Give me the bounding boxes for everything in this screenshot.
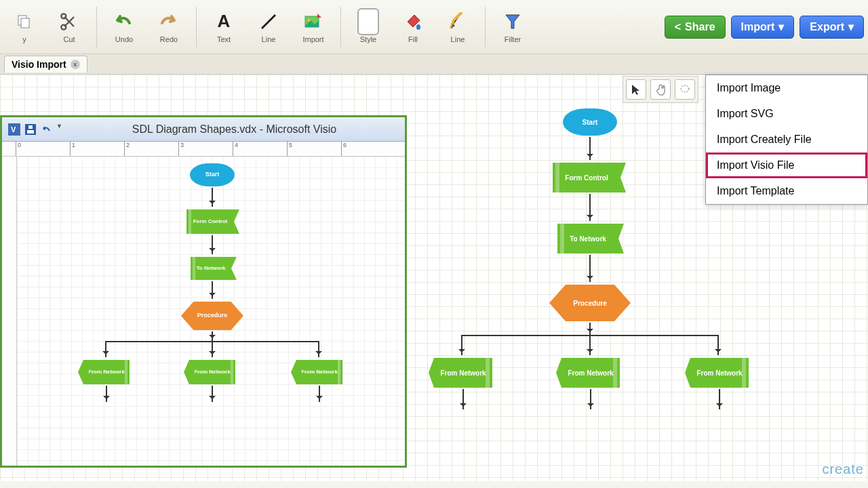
pan-tool[interactable] [650,79,671,100]
chevron-down-icon: ▾ [848,20,854,33]
share-icon: < [675,21,681,33]
arrow [717,335,719,355]
canvas-area: Import Image Import SVG Import Creately … [0,75,868,481]
shape-label: From Network [696,369,742,377]
import-template-item[interactable]: Import Template [706,178,867,204]
shape-label: Form Control [565,174,608,182]
to-network-shape[interactable]: To Network [557,224,618,253]
main-toolbar: y Cut Undo Redo A Text Line Import Style… [0,0,868,54]
svg-rect-12 [27,130,34,134]
shape-label: To Network [197,266,226,272]
separator [196,7,197,47]
visio-window: V ▼ SDL Diagram Shapes.vdx - Microsoft V… [0,115,407,468]
pointer-tool[interactable] [626,79,646,100]
procedure-shape[interactable]: Procedure [549,285,631,321]
start-shape[interactable]: Start [563,108,617,136]
export-button[interactable]: Export ▾ [800,16,864,39]
from-network-shape[interactable]: From Network [434,358,492,388]
close-icon[interactable]: × [71,60,80,69]
line-style-tool[interactable]: Line [437,3,478,51]
text-tool[interactable]: A Text [203,3,244,51]
import-button[interactable]: Import ▾ [731,16,795,39]
shape-label: From Network [88,369,125,375]
undo-icon[interactable] [40,123,54,136]
ruler-tick: 0 [16,142,21,156]
arrow [106,386,107,402]
arrow [589,335,591,355]
arrow [318,341,319,357]
import-image-item[interactable]: Import Image [706,75,867,101]
from-network-shape[interactable]: From Network [561,358,620,388]
undo-label: Undo [115,35,133,43]
ruler-tick: 1 [70,142,75,156]
line2-label: Line [451,35,465,43]
svg-point-2 [61,24,66,29]
visio-titlebar: V ▼ SDL Diagram Shapes.vdx - Microsoft V… [2,117,405,142]
redo-tool[interactable]: Redo [149,3,189,51]
import-tool[interactable]: Import [293,3,334,51]
svg-line-4 [262,15,275,28]
import-visio-item[interactable]: Import Visio File [706,152,867,178]
line-label: Line [262,35,276,43]
copy-tool[interactable]: y [4,3,45,51]
save-icon[interactable] [24,123,37,136]
import-svg-item[interactable]: Import SVG [706,101,867,127]
share-button[interactable]: < Share [665,16,726,39]
ruler-tick: 4 [233,142,238,156]
visio-ruler-horizontal: 0 1 2 3 4 5 6 [2,142,405,157]
cut-tool[interactable]: Cut [49,3,90,51]
separator [96,7,97,47]
lasso-tool[interactable] [675,79,695,100]
arrow [212,235,213,254]
shape-label: To Network [570,235,606,243]
style-tool[interactable]: Style [348,3,389,51]
from-network-shape[interactable]: From Network [189,360,235,384]
redo-icon [158,11,180,33]
procedure-shape[interactable]: Procedure [181,302,243,330]
import-dropdown: Import Image Import SVG Import Creately … [705,75,868,205]
form-control-shape[interactable]: Form Control [186,209,234,234]
arrow [589,194,591,221]
to-network-shape[interactable]: To Network [191,257,231,280]
from-network-shape[interactable]: From Network [83,360,130,384]
form-control-shape[interactable]: Form Control [553,163,620,192]
visio-canvas[interactable]: Start Form Control To Network Procedure … [17,157,405,466]
arrow [319,386,320,402]
from-network-shape[interactable]: From Network [296,360,342,384]
scissors-icon [58,11,80,33]
shape-label: From Network [301,369,338,375]
shape-label: Form Control [193,219,228,225]
image-import-icon [302,11,324,33]
svg-point-8 [681,85,689,92]
line-tool[interactable]: Line [248,3,289,51]
undo-tool[interactable]: Undo [104,3,144,51]
document-tab[interactable]: Visio Import × [4,56,87,73]
svg-point-7 [416,24,420,30]
arrow [589,137,591,160]
arrow [212,188,213,207]
visio-quick-access: V ▼ [7,123,62,136]
arrow [212,386,213,402]
shape-label: From Network [568,369,613,377]
arrow [719,389,720,409]
export-btn-label: Export [810,21,844,33]
action-buttons: < Share Import ▾ Export ▾ [665,16,864,39]
fill-label: Fill [408,35,418,43]
visio-app-icon[interactable]: V [7,123,21,136]
arrow [212,331,213,341]
import-creately-item[interactable]: Import Creately File [706,127,867,152]
fill-tool[interactable]: Fill [393,3,433,51]
start-shape[interactable]: Start [190,163,235,186]
arrow [462,389,464,409]
svg-text:V: V [11,125,16,134]
tab-bar: Visio Import × [0,54,868,75]
selection-toolbar [623,76,698,103]
undo-icon [113,11,135,33]
dropdown-arrow-icon[interactable]: ▼ [56,123,62,136]
from-network-shape[interactable]: From Network [690,358,749,388]
arrow [589,323,591,335]
funnel-icon [502,11,524,33]
separator [485,7,486,47]
filter-tool[interactable]: Filter [492,3,533,51]
svg-rect-1 [21,18,29,28]
